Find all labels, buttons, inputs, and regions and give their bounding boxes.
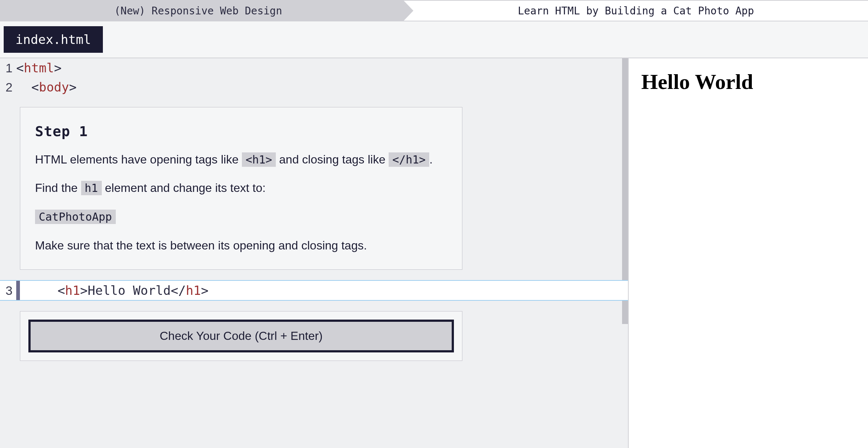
- line-number: 2: [3, 77, 16, 97]
- editor-tab-row: index.html: [0, 21, 868, 58]
- editor-pane: 1 <html> 2 <body> Step 1 HTML elements h…: [0, 58, 629, 448]
- breadcrumb: (New) Responsive Web Design Learn HTML b…: [0, 0, 868, 21]
- code-pill-h1-open: <h1>: [242, 152, 276, 167]
- tab-label: index.html: [15, 32, 91, 47]
- instructions-p3: CatPhotoApp: [35, 208, 447, 226]
- line-number: 3: [3, 281, 16, 300]
- breadcrumb-lesson[interactable]: Learn HTML by Building a Cat Photo App: [404, 1, 868, 21]
- breadcrumb-course[interactable]: (New) Responsive Web Design: [0, 1, 404, 21]
- code-content-editable[interactable]: <h1>Hello World</h1>: [16, 281, 208, 300]
- instructions-panel: Step 1 HTML elements have opening tags l…: [20, 107, 462, 270]
- code-line: 2 <body>: [0, 77, 628, 97]
- check-code-panel: Check Your Code (Ctrl + Enter): [20, 311, 462, 361]
- active-line-indicator: [16, 281, 20, 300]
- code-content: <body>: [16, 77, 77, 97]
- preview-heading: Hello World: [641, 69, 855, 94]
- main-area: 1 <html> 2 <body> Step 1 HTML elements h…: [0, 58, 868, 448]
- step-title: Step 1: [35, 121, 447, 142]
- line-number: 1: [3, 58, 16, 77]
- instructions-p4: Make sure that the text is between its o…: [35, 237, 447, 255]
- instructions-p1: HTML elements have opening tags like <h1…: [35, 151, 447, 169]
- check-code-button-label: Check Your Code (Ctrl + Enter): [160, 329, 323, 342]
- code-line-editable[interactable]: 3 <h1>Hello World</h1>: [0, 280, 628, 301]
- code-line: 1 <html>: [0, 58, 628, 77]
- code-pill-h1: h1: [81, 181, 102, 195]
- breadcrumb-course-label: (New) Responsive Web Design: [114, 5, 282, 17]
- preview-pane: Hello World: [629, 58, 868, 448]
- code-content: <html>: [16, 58, 62, 77]
- tab-index-html[interactable]: index.html: [4, 26, 103, 53]
- instructions-p2: Find the h1 element and change its text …: [35, 179, 447, 197]
- code-pill-target-text: CatPhotoApp: [35, 210, 116, 224]
- breadcrumb-lesson-label: Learn HTML by Building a Cat Photo App: [518, 5, 754, 17]
- code-pill-h1-close: </h1>: [389, 152, 429, 167]
- check-code-button[interactable]: Check Your Code (Ctrl + Enter): [28, 320, 454, 352]
